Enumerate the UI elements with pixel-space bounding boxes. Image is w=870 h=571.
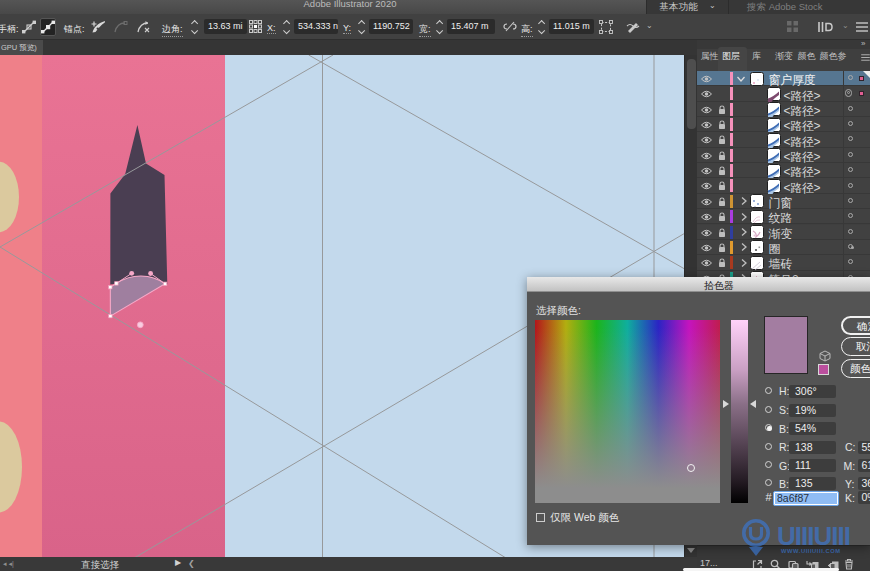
svg-text:WWW.UIIIUIII.COM: WWW.UIIIUIII.COM — [781, 548, 841, 554]
svg-text:UIIIUIII: UIIIUIII — [777, 521, 850, 551]
